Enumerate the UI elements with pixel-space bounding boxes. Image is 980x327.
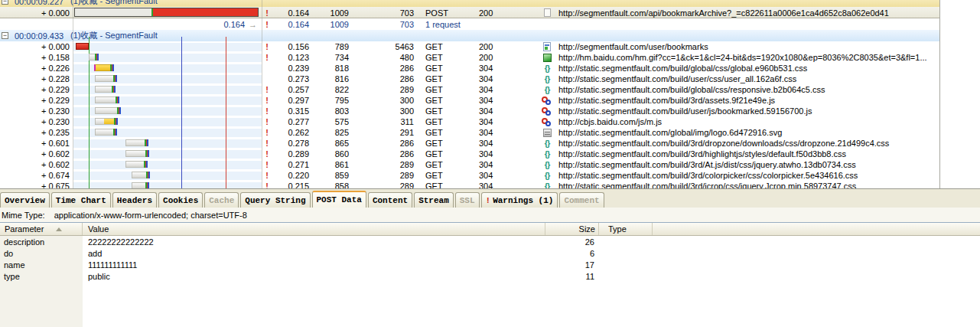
- request-row[interactable]: + 0.235 ! 0.262 825 291 GET 304 http://s…: [0, 127, 940, 138]
- mime-type-row: Mime Type: application/x-www-form-urlenc…: [0, 208, 980, 222]
- warning-icon: !: [486, 196, 491, 205]
- http-result: 304: [478, 160, 538, 169]
- http-result: 304: [478, 149, 538, 159]
- http-method: GET: [418, 117, 478, 126]
- detail-tab[interactable]: Time Chart: [51, 192, 111, 208]
- post-param-row[interactable]: do add 6: [0, 247, 980, 259]
- column-header-type[interactable]: Type: [599, 223, 653, 235]
- column-header-size[interactable]: Size: [545, 223, 599, 235]
- request-url[interactable]: http://static.segmentfault.com/build/3rd…: [556, 139, 940, 148]
- request-row[interactable]: + 0.674 ! 0.220 859 289 GET 304 http://s…: [0, 170, 940, 181]
- group-page-title: (1)收藏 - SegmentFault: [70, 30, 158, 41]
- collapse-minus-icon[interactable]: [2, 0, 8, 5]
- bytes-sent: 734: [314, 53, 353, 62]
- detail-tab-active[interactable]: POST Data: [312, 191, 366, 208]
- request-url[interactable]: http://cbjs.baidu.com/js/m.js: [556, 117, 940, 126]
- detail-tab[interactable]: Query String: [240, 192, 310, 208]
- request-row[interactable]: + 0.000 ! 0.156 789 5463 GET 200 http://…: [0, 41, 940, 52]
- detail-tab[interactable]: ! Warnings (1): [481, 192, 558, 208]
- warning-icon: !: [265, 106, 269, 116]
- request-row[interactable]: + 0.230 ! 0.315 803 300 GET 304 http://s…: [0, 106, 940, 116]
- request-url[interactable]: http://static.segmentfault.com/global/im…: [556, 128, 940, 137]
- http-method: GET: [418, 128, 478, 137]
- detail-tab[interactable]: Overview: [0, 192, 50, 208]
- request-row[interactable]: + 0.228 ! 0.273 816 286 GET 304 http://s…: [0, 74, 940, 84]
- timeline-bar: [125, 161, 148, 168]
- request-time: 0.277: [272, 117, 314, 126]
- group-page-title: (1)收藏 - SegmentFault: [70, 0, 158, 7]
- request-row[interactable]: + 0.601 ! 0.278 865 286 GET 304 http://s…: [0, 138, 940, 149]
- summary-bytes-sent: 1009: [314, 20, 353, 29]
- request-offset: + 0.674: [11, 171, 73, 180]
- post-param-row[interactable]: description 22222222222222 26: [0, 236, 980, 247]
- request-row[interactable]: + 0.230 ! 0.277 575 311 GET 304 http://c…: [0, 116, 940, 127]
- request-row[interactable]: + 0.226 ! 0.239 818 286 GET 304 http://s…: [0, 63, 940, 74]
- timeline-bar: [132, 182, 149, 188]
- request-url[interactable]: http://segmentfault.com/api/bookmarkArch…: [556, 8, 940, 18]
- request-url[interactable]: http://static.segmentfault.com/build/use…: [556, 74, 940, 83]
- bytes-sent: 858: [314, 181, 353, 188]
- css-icon: [545, 64, 550, 73]
- post-param-row[interactable]: name 111111111111 17: [0, 259, 980, 270]
- request-time: 0.273: [272, 74, 314, 83]
- param-value: add: [83, 249, 545, 258]
- detail-tab[interactable]: Headers: [112, 192, 157, 208]
- timeline-bar: [74, 8, 259, 17]
- column-header-value[interactable]: Value: [83, 223, 545, 235]
- request-offset: + 0.675: [11, 181, 73, 188]
- request-offset: + 0.158: [11, 53, 73, 62]
- collapse-minus-icon[interactable]: [2, 32, 8, 39]
- request-url[interactable]: http://hm.baidu.com/hm.gif?cc=1&ck=1&cl=…: [556, 53, 940, 62]
- page-group-header[interactable]: 00:00:09.227 (1)收藏 - SegmentFault: [0, 0, 940, 7]
- request-time: 0.257: [272, 85, 314, 94]
- timeline-cell: [73, 138, 262, 149]
- request-row[interactable]: + 0.602 ! 0.271 861 289 GET 304 http://s…: [0, 159, 940, 170]
- request-time: 0.297: [272, 96, 314, 105]
- request-row-selected[interactable]: + 0.000 ! 0.164 1009 703 POST 200 http:/…: [0, 7, 940, 18]
- request-url[interactable]: http://static.segmentfault.com/build/use…: [556, 106, 940, 116]
- detail-tab[interactable]: Content: [368, 192, 412, 208]
- request-row[interactable]: + 0.158 ! 0.123 734 480 GET 200 http://h…: [0, 52, 940, 63]
- page-summary-row[interactable]: 0.164 → ! 0.164 1009 703 1 request: [0, 18, 940, 30]
- timeline-cell: [73, 127, 262, 138]
- request-url[interactable]: http://static.segmentfault.com/build/3rd…: [556, 171, 940, 180]
- timeline-cell: [73, 7, 262, 18]
- http-result: 304: [478, 74, 538, 83]
- param-value: 111111111111: [83, 260, 545, 270]
- bytes-received: 286: [353, 149, 418, 159]
- arrow-right-icon: →: [249, 20, 257, 29]
- request-url[interactable]: http://static.segmentfault.com/build/3rd…: [556, 149, 940, 159]
- request-url[interactable]: http://static.segmentfault.com/build/3rd…: [556, 181, 940, 188]
- request-url[interactable]: http://static.segmentfault.com/build/3rd…: [556, 96, 940, 105]
- detail-tab[interactable]: Stream: [414, 192, 454, 208]
- request-row[interactable]: + 0.675 ! 0.215 858 289 GET 304 http://s…: [0, 181, 940, 188]
- http-result: 304: [478, 139, 538, 148]
- bytes-sent: 789: [314, 42, 353, 51]
- request-url[interactable]: http://static.segmentfault.com/build/3rd…: [556, 160, 940, 169]
- http-result: 304: [478, 128, 538, 137]
- request-url[interactable]: http://static.segmentfault.com/build/glo…: [556, 64, 940, 73]
- post-param-row[interactable]: type public 11: [0, 270, 980, 282]
- bytes-received: 289: [353, 171, 418, 180]
- http-method: GET: [418, 171, 478, 180]
- request-row[interactable]: + 0.602 ! 0.289 860 286 GET 304 http://s…: [0, 149, 940, 159]
- page-group-header[interactable]: 00:00:09.433 (1)收藏 - SegmentFault: [0, 30, 940, 41]
- warning-icon: !: [265, 96, 269, 105]
- warning-icon: !: [265, 181, 269, 188]
- request-url[interactable]: http://static.segmentfault.com/build/glo…: [556, 85, 940, 94]
- request-row[interactable]: + 0.229 ! 0.257 822 289 GET 304 http://s…: [0, 84, 940, 95]
- bytes-sent: 803: [314, 106, 353, 116]
- bytes-received: 300: [353, 96, 418, 105]
- timeline-bar: [125, 139, 148, 146]
- warning-icon: !: [265, 42, 269, 51]
- http-result: 200: [478, 42, 538, 51]
- request-offset: + 0.229: [11, 85, 73, 94]
- detail-tab[interactable]: Cookies: [158, 192, 203, 208]
- http-result: 304: [478, 64, 538, 73]
- timeline-cell: [73, 181, 262, 188]
- request-row[interactable]: + 0.229 ! 0.297 795 300 GET 304 http://s…: [0, 95, 940, 106]
- detail-panel: Overview Time Chart Headers Cookies Cach…: [0, 188, 980, 327]
- column-header-parameter[interactable]: Parameter: [0, 223, 83, 235]
- request-url[interactable]: http://segmentfault.com/user/bookmarks: [556, 42, 940, 51]
- js-icon: [542, 117, 552, 126]
